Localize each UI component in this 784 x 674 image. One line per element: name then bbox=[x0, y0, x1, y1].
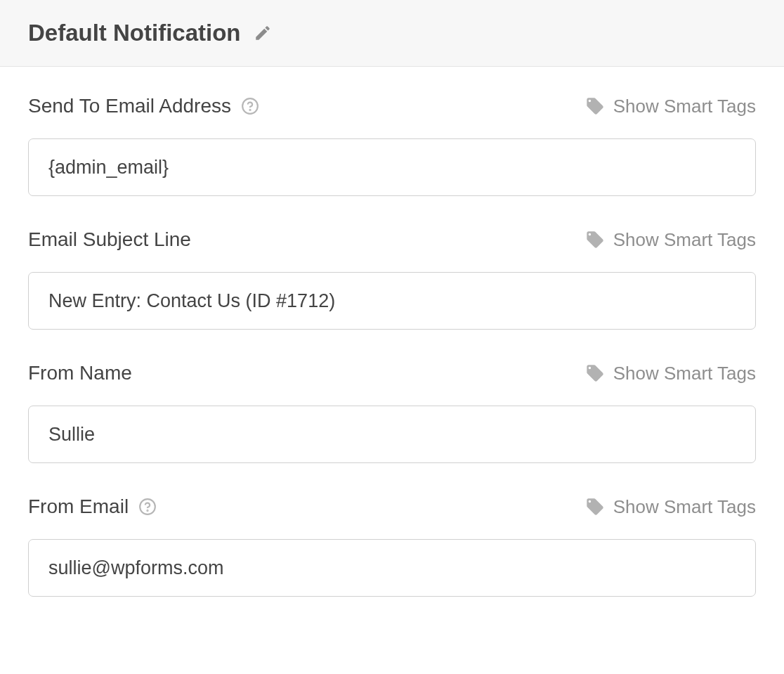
send-to-label: Send To Email Address bbox=[28, 95, 231, 117]
tag-icon bbox=[585, 497, 605, 517]
from-email-label: From Email bbox=[28, 495, 129, 518]
show-smart-tags-text: Show Smart Tags bbox=[613, 363, 756, 384]
svg-point-1 bbox=[249, 110, 250, 110]
from-name-label-wrap: From Name bbox=[28, 362, 132, 384]
notification-settings: Send To Email Address Show Smart Tags bbox=[0, 67, 784, 597]
send-to-input[interactable] bbox=[28, 138, 756, 196]
show-smart-tags-text: Show Smart Tags bbox=[613, 229, 756, 251]
notification-header: Default Notification bbox=[0, 0, 784, 67]
send-to-label-wrap: Send To Email Address bbox=[28, 95, 259, 117]
send-to-field-header: Send To Email Address Show Smart Tags bbox=[28, 95, 756, 117]
tag-icon bbox=[585, 230, 605, 249]
from-name-input[interactable] bbox=[28, 406, 756, 463]
show-smart-tags-text: Show Smart Tags bbox=[613, 96, 756, 117]
subject-label-wrap: Email Subject Line bbox=[28, 228, 191, 251]
from-email-input[interactable] bbox=[28, 539, 756, 597]
from-email-field-header: From Email Show Smart Tags bbox=[28, 495, 756, 518]
subject-input[interactable] bbox=[28, 272, 756, 330]
from-name-field-group: From Name Show Smart Tags bbox=[28, 362, 756, 463]
show-smart-tags-link[interactable]: Show Smart Tags bbox=[585, 363, 756, 384]
notification-title: Default Notification bbox=[28, 20, 241, 46]
svg-point-3 bbox=[148, 510, 148, 511]
tag-icon bbox=[585, 96, 605, 116]
show-smart-tags-link[interactable]: Show Smart Tags bbox=[585, 229, 756, 251]
show-smart-tags-text: Show Smart Tags bbox=[613, 496, 756, 518]
from-name-field-header: From Name Show Smart Tags bbox=[28, 362, 756, 384]
show-smart-tags-link[interactable]: Show Smart Tags bbox=[585, 496, 756, 518]
from-email-label-wrap: From Email bbox=[28, 495, 157, 518]
from-name-label: From Name bbox=[28, 362, 132, 384]
edit-title-icon[interactable] bbox=[254, 24, 272, 42]
send-to-field-group: Send To Email Address Show Smart Tags bbox=[28, 95, 756, 196]
help-icon[interactable] bbox=[241, 97, 259, 115]
show-smart-tags-link[interactable]: Show Smart Tags bbox=[585, 96, 756, 117]
from-email-field-group: From Email Show Smart Tags bbox=[28, 495, 756, 597]
subject-label: Email Subject Line bbox=[28, 228, 191, 251]
subject-field-header: Email Subject Line Show Smart Tags bbox=[28, 228, 756, 251]
help-icon[interactable] bbox=[138, 498, 157, 516]
tag-icon bbox=[585, 363, 605, 383]
subject-field-group: Email Subject Line Show Smart Tags bbox=[28, 228, 756, 330]
